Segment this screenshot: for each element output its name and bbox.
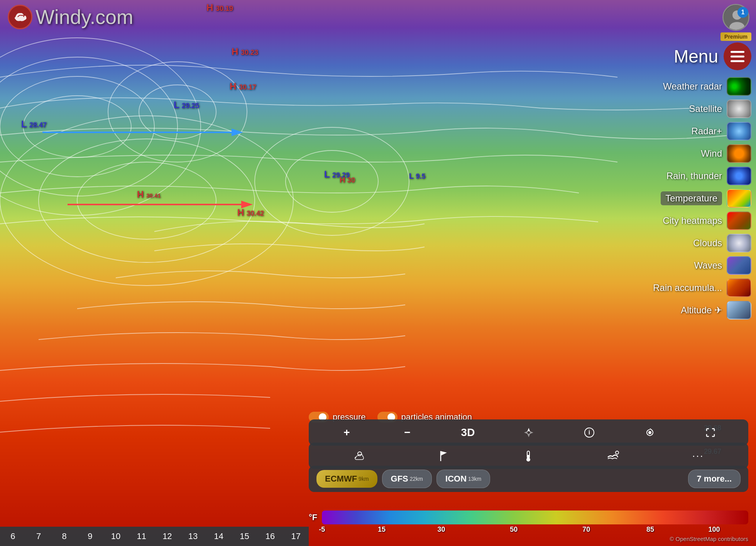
svg-point-24	[648, 431, 651, 434]
fullscreen-icon	[705, 427, 716, 438]
time-tick-11: 11	[129, 531, 154, 541]
sidebar-thumb-weather-radar	[727, 77, 751, 96]
temp-tick-0: -5	[319, 526, 325, 534]
time-tick-8: 8	[51, 531, 77, 541]
time-tick-7: 7	[26, 531, 52, 541]
temp-tick-4: 70	[582, 526, 590, 534]
sidebar-label-wind: Wind	[701, 148, 722, 159]
hamburger-line-2	[731, 56, 744, 57]
thermometer-button[interactable]	[486, 446, 571, 465]
time-tick-12: 12	[154, 531, 180, 541]
time-tick-16: 16	[257, 531, 283, 541]
sidebar-label-radar-plus: Radar+	[692, 126, 722, 137]
sidebar-label-city-heatmaps: City heatmaps	[663, 215, 722, 226]
sidebar-item-altitude[interactable]: Altitude ✈	[653, 301, 751, 319]
logo-area[interactable]: Windy.com	[8, 5, 133, 29]
temp-tick-5: 85	[646, 526, 654, 534]
svg-marker-12	[232, 128, 243, 136]
main-toolbar: + − 3D i	[309, 419, 748, 446]
sidebar-item-city-heatmaps[interactable]: City heatmaps	[653, 211, 751, 230]
cloud-sun-icon	[353, 450, 365, 462]
swimmer-icon	[606, 450, 620, 461]
view-3d-button[interactable]: 3D	[438, 423, 498, 442]
flag-button[interactable]	[401, 446, 486, 465]
zoom-out-button[interactable]: −	[377, 423, 438, 442]
sidebar-item-rain-accum[interactable]: Rain accumula...	[653, 279, 751, 297]
sidebar-thumb-rain-accum	[727, 279, 751, 297]
sidebar-menu: Weather radar Satellite Radar+ Wind Rain…	[653, 77, 751, 319]
pressure-label-h5: H 30.41	[137, 189, 161, 200]
model-selector-row: ECMWF 9km GFS 22km ICON 13km 7 more...	[309, 466, 748, 492]
sidebar-thumb-altitude	[727, 301, 751, 319]
time-tick-14: 14	[206, 531, 232, 541]
weather-icon-button[interactable]	[316, 446, 401, 465]
svg-point-10	[108, 62, 247, 162]
ecmwf-resolution: 9km	[359, 476, 369, 482]
sidebar-item-clouds[interactable]: Clouds	[653, 234, 751, 252]
sidebar-item-rain-thunder[interactable]: Rain, thunder	[653, 167, 751, 185]
sidebar-label-satellite: Satellite	[689, 103, 722, 114]
pressure-label-h2: H 30.23	[232, 46, 258, 57]
more-models-button[interactable]: 7 more...	[688, 470, 741, 488]
sidebar-thumb-clouds	[727, 234, 751, 252]
more-options-button[interactable]: ···	[656, 447, 741, 465]
sidebar-item-satellite[interactable]: Satellite	[653, 100, 751, 118]
temp-tick-3: 50	[510, 526, 518, 534]
blue-arrow	[42, 127, 243, 138]
premium-badge[interactable]: Premium	[720, 32, 751, 41]
sidebar-label-altitude: Altitude ✈	[681, 305, 722, 316]
temperature-bar: -5 15 30 50 70 85 100	[322, 511, 748, 524]
navigate-button[interactable]	[498, 424, 559, 441]
hamburger-line-3	[731, 60, 744, 62]
temp-tick-6: 100	[709, 526, 720, 534]
temp-tick-1: 15	[378, 526, 386, 534]
header: Windy.com	[0, 0, 756, 34]
gfs-resolution: 22km	[410, 476, 423, 482]
info-button[interactable]: i	[559, 424, 619, 441]
hurricane-button[interactable]	[619, 424, 680, 441]
sidebar-item-waves[interactable]: Waves	[653, 256, 751, 275]
icon-model-button[interactable]: ICON 13km	[436, 470, 490, 488]
icon-label: ICON	[445, 474, 467, 484]
avatar-container[interactable]: 1 Premium	[720, 4, 751, 41]
sidebar-thumb-radar-plus	[727, 122, 751, 140]
temp-tick-2: 30	[438, 526, 445, 534]
gfs-model-button[interactable]: GFS 22km	[382, 470, 432, 488]
sidebar-item-radar-plus[interactable]: Radar+	[653, 122, 751, 140]
pressure-label-l4: L 9.5	[409, 172, 425, 181]
time-tick-10: 10	[103, 531, 129, 541]
sidebar-label-clouds: Clouds	[693, 238, 722, 248]
notification-badge: 1	[737, 7, 748, 18]
time-tick-15: 15	[232, 531, 257, 541]
svg-point-30	[616, 451, 619, 454]
hurricane-icon	[644, 427, 655, 438]
sidebar-thumb-temperature	[727, 189, 751, 208]
ecmwf-label: ECMWF	[325, 474, 357, 484]
logo-icon[interactable]	[8, 5, 32, 29]
hamburger-line-1	[731, 51, 744, 53]
menu-button[interactable]	[724, 42, 751, 70]
sidebar-thumb-city-heatmaps	[727, 211, 751, 230]
svg-point-8	[255, 127, 409, 235]
swimmer-button[interactable]	[571, 447, 656, 464]
sidebar-item-wind[interactable]: Wind	[653, 144, 751, 163]
sidebar-thumb-waves	[727, 256, 751, 275]
icon-resolution: 13km	[468, 476, 481, 482]
svg-marker-21	[529, 431, 533, 434]
zoom-in-button[interactable]: +	[316, 423, 377, 442]
sidebar-label-rain-thunder: Rain, thunder	[666, 171, 722, 181]
site-name: Windy.com	[36, 5, 133, 29]
temperature-scale: °F -5 15 30 50 70 85 100	[309, 508, 748, 527]
menu-row[interactable]: Menu	[674, 42, 751, 70]
sidebar-item-temperature[interactable]: Temperature	[653, 189, 751, 208]
pressure-label-h3: H 30.17	[230, 81, 256, 92]
navigate-icon	[523, 427, 534, 438]
ecmwf-model-button[interactable]: ECMWF 9km	[316, 470, 377, 488]
svg-marker-14	[241, 201, 253, 208]
sidebar-thumb-rain-thunder	[727, 167, 751, 185]
temperature-unit: °F	[309, 512, 317, 522]
svg-rect-29	[528, 455, 529, 460]
sidebar-label-waves: Waves	[694, 260, 722, 271]
sidebar-item-weather-radar[interactable]: Weather radar	[653, 77, 751, 96]
fullscreen-button[interactable]	[680, 424, 741, 441]
